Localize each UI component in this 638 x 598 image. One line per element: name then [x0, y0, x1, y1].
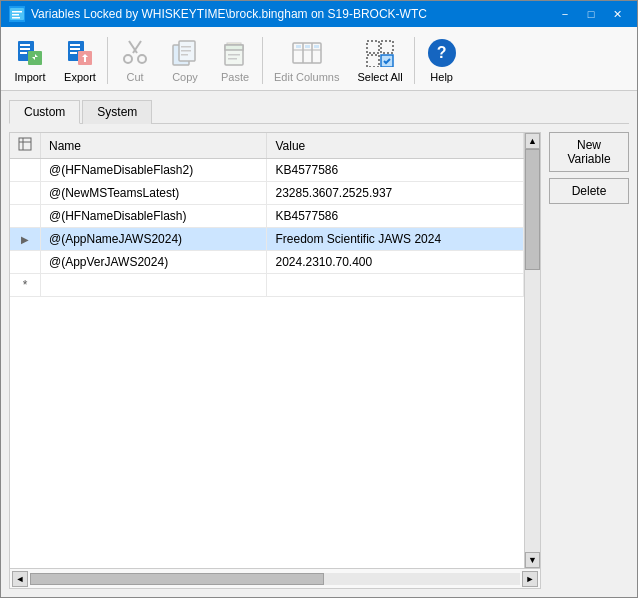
svg-rect-2	[12, 14, 19, 16]
table-scroll[interactable]: Name Value @(HFNameDisableFlash2)KB45775…	[10, 133, 524, 568]
scroll-up-button[interactable]: ▲	[525, 133, 540, 149]
table-body: @(HFNameDisableFlash2)KB4577586@(NewMSTe…	[10, 159, 524, 297]
paste-button[interactable]: Paste	[210, 31, 260, 90]
svg-rect-11	[70, 44, 80, 46]
table-with-scroll: Name Value @(HFNameDisableFlash2)KB45775…	[10, 133, 540, 568]
table-area: Name Value @(HFNameDisableFlash2)KB45775…	[9, 132, 541, 589]
svg-rect-35	[296, 45, 301, 48]
import-label: Import	[14, 71, 45, 83]
main-window: Variables Locked by WHISKEYTIME\brock.bi…	[0, 0, 638, 598]
new-row-value	[267, 274, 524, 297]
svg-rect-28	[225, 45, 243, 50]
select-all-button[interactable]: Select All	[348, 31, 411, 90]
row-name: @(HFNameDisableFlash2)	[41, 159, 267, 182]
delete-button[interactable]: Delete	[549, 178, 629, 204]
table-row[interactable]: @(NewMSTeamsLatest)23285.3607.2525.937	[10, 182, 524, 205]
svg-rect-23	[181, 46, 191, 48]
scroll-left-button[interactable]: ◄	[12, 571, 28, 587]
horizontal-scrollbar[interactable]: ◄ ►	[10, 568, 540, 588]
new-row-indicator: *	[10, 274, 41, 297]
row-name: @(NewMSTeamsLatest)	[41, 182, 267, 205]
cut-icon	[119, 37, 151, 69]
export-icon	[64, 37, 96, 69]
svg-rect-1	[12, 11, 22, 13]
table-new-row: *	[10, 274, 524, 297]
cut-label: Cut	[126, 71, 143, 83]
scroll-thumb-vertical[interactable]	[525, 149, 540, 270]
svg-rect-5	[20, 44, 30, 46]
separator-1	[107, 37, 108, 84]
svg-rect-24	[181, 50, 191, 52]
row-indicator	[10, 205, 41, 228]
maximize-button[interactable]: □	[579, 5, 603, 23]
svg-rect-13	[70, 52, 77, 54]
title-bar-left: Variables Locked by WHISKEYTIME\brock.bi…	[9, 6, 427, 22]
svg-rect-42	[19, 138, 31, 150]
table-row[interactable]: @(AppVerJAWS2024)2024.2310.70.400	[10, 251, 524, 274]
svg-rect-39	[381, 41, 393, 53]
scroll-down-button[interactable]: ▼	[525, 552, 540, 568]
svg-rect-3	[12, 17, 20, 19]
table-header-row: Name Value	[10, 133, 524, 159]
help-button[interactable]: ? Help	[417, 31, 467, 90]
minimize-button[interactable]: −	[553, 5, 577, 23]
svg-point-20	[138, 55, 146, 63]
svg-rect-40	[367, 55, 379, 67]
row-value: Freedom Scientific JAWS 2024	[267, 228, 524, 251]
sidebar-buttons: New Variable Delete	[549, 132, 629, 589]
scroll-track-horizontal[interactable]	[30, 573, 520, 585]
row-indicator: ▶	[10, 228, 41, 251]
title-bar: Variables Locked by WHISKEYTIME\brock.bi…	[1, 1, 637, 27]
svg-rect-6	[20, 48, 30, 50]
export-button[interactable]: Export	[55, 31, 105, 90]
main-layout: Name Value @(HFNameDisableFlash2)KB45775…	[9, 132, 629, 589]
scroll-thumb-horizontal[interactable]	[30, 573, 324, 585]
row-value: 2024.2310.70.400	[267, 251, 524, 274]
svg-rect-12	[70, 48, 80, 50]
paste-icon	[219, 37, 251, 69]
app-icon	[9, 6, 25, 22]
table-row[interactable]: @(HFNameDisableFlash2)KB4577586	[10, 159, 524, 182]
col-value-header: Value	[267, 133, 524, 159]
close-button[interactable]: ✕	[605, 5, 629, 23]
separator-2	[262, 37, 263, 84]
vertical-scrollbar[interactable]: ▲ ▼	[524, 133, 540, 568]
row-indicator	[10, 251, 41, 274]
row-value: KB4577586	[267, 159, 524, 182]
new-variable-button[interactable]: New Variable	[549, 132, 629, 172]
title-bar-controls: − □ ✕	[553, 5, 629, 23]
edit-columns-button[interactable]: Edit Columns	[265, 31, 348, 90]
scroll-track-vertical[interactable]	[525, 149, 540, 552]
separator-3	[414, 37, 415, 84]
new-row-name	[41, 274, 267, 297]
import-button[interactable]: Import	[5, 31, 55, 90]
row-value: 23285.3607.2525.937	[267, 182, 524, 205]
cut-button[interactable]: Cut	[110, 31, 160, 90]
window-title: Variables Locked by WHISKEYTIME\brock.bi…	[31, 7, 427, 21]
paste-label: Paste	[221, 71, 249, 83]
select-all-icon	[364, 37, 396, 69]
table-row[interactable]: ▶@(AppNameJAWS2024)Freedom Scientific JA…	[10, 228, 524, 251]
row-name: @(AppNameJAWS2024)	[41, 228, 267, 251]
col-indicator-header	[10, 133, 41, 159]
copy-label: Copy	[172, 71, 198, 83]
copy-button[interactable]: Copy	[160, 31, 210, 90]
row-value: KB4577586	[267, 205, 524, 228]
svg-rect-7	[20, 52, 27, 54]
import-icon	[14, 37, 46, 69]
scroll-right-button[interactable]: ►	[522, 571, 538, 587]
table-row[interactable]: @(HFNameDisableFlash)KB4577586	[10, 205, 524, 228]
help-label: Help	[430, 71, 453, 83]
svg-rect-37	[314, 45, 319, 48]
edit-columns-icon	[291, 37, 323, 69]
row-name: @(HFNameDisableFlash)	[41, 205, 267, 228]
tab-custom[interactable]: Custom	[9, 100, 80, 124]
svg-rect-30	[228, 58, 237, 60]
toolbar: Import Export	[1, 27, 637, 91]
variables-table: Name Value @(HFNameDisableFlash2)KB45775…	[10, 133, 524, 297]
row-indicator	[10, 159, 41, 182]
tab-system[interactable]: System	[82, 100, 152, 124]
edit-columns-label: Edit Columns	[274, 71, 339, 83]
table-icon	[18, 137, 32, 151]
content-area: Custom System	[1, 91, 637, 597]
